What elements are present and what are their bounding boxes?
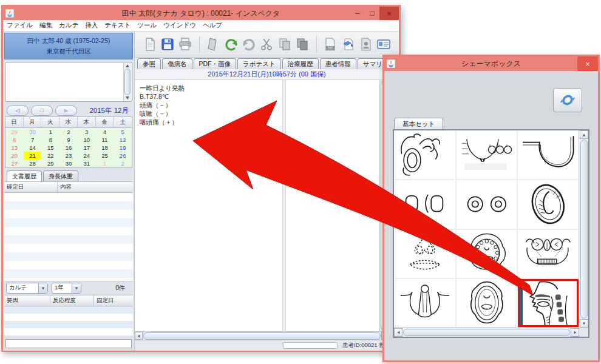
table-row[interactable] — [4, 244, 133, 252]
pharynx-tonsil-schema[interactable] — [457, 131, 517, 179]
chevron-down-icon[interactable] — [72, 283, 81, 293]
table-row[interactable] — [4, 269, 133, 278]
calendar-day[interactable]: 26 — [114, 152, 132, 160]
period-select[interactable]: 1年 — [52, 283, 81, 294]
calendar-day[interactable]: 25 — [96, 152, 114, 160]
tab-1[interactable]: 参照 — [137, 58, 161, 69]
calendar-day[interactable]: 24 — [78, 152, 96, 160]
calendar-day[interactable]: 30 — [24, 128, 42, 136]
table-row[interactable] — [4, 328, 133, 335]
horizontal-scrollbar[interactable] — [135, 331, 389, 340]
allergy-table[interactable] — [4, 306, 133, 335]
close-icon[interactable]: × — [379, 7, 399, 20]
oral-cavity-schema[interactable] — [457, 279, 517, 327]
calendar-day[interactable]: 2 — [59, 128, 78, 136]
menu-item[interactable]: ファイル — [7, 21, 33, 30]
calendar-day[interactable]: 22 — [41, 152, 59, 160]
refresh-button[interactable] — [553, 88, 582, 112]
menu-item[interactable]: カルテ — [59, 21, 78, 30]
scroll-right-icon[interactable] — [571, 328, 579, 337]
calendar-day[interactable]: 31 — [78, 160, 96, 167]
chevron-down-icon[interactable] — [38, 283, 47, 293]
table-row[interactable] — [4, 210, 133, 218]
calendar-day[interactable]: 30 — [59, 160, 78, 167]
calendar-day[interactable]: 7 — [24, 136, 42, 144]
calendar-day[interactable]: 28 — [24, 160, 42, 167]
scroll-down-icon[interactable] — [126, 96, 129, 99]
calendar-day[interactable]: 8 — [41, 136, 59, 144]
column-header-fixed-date[interactable]: 固定日 — [94, 295, 133, 306]
calendar-day[interactable]: 5 — [114, 128, 132, 136]
memo-box[interactable] — [5, 62, 132, 102]
calendar-day[interactable]: 17 — [78, 144, 96, 152]
close-icon[interactable]: × — [577, 56, 598, 71]
calendar-day[interactable]: 14 — [24, 144, 42, 152]
tympanic-ring-schema[interactable] — [457, 180, 517, 228]
save-icon[interactable] — [160, 35, 175, 53]
column-header-date[interactable]: 確定日 — [4, 182, 58, 192]
text-export-icon[interactable]: TXT — [323, 35, 338, 53]
menu-item[interactable]: 編集 — [39, 21, 52, 30]
calendar-day[interactable]: 12 — [114, 136, 132, 144]
calendar-day[interactable]: 15 — [41, 144, 59, 152]
menu-item[interactable]: 挿入 — [85, 21, 98, 30]
eardrum-schema[interactable] — [518, 180, 579, 228]
print-icon[interactable] — [178, 35, 193, 53]
redo-icon[interactable] — [241, 35, 256, 53]
vocal-cords-schema[interactable] — [395, 279, 455, 327]
main-titlebar[interactable]: 田中 太郎(タナカ タロウ) : 00021- インスペクタ – □ × — [3, 7, 399, 20]
calendar-day[interactable]: 11 — [96, 136, 114, 144]
memo-scrollbar[interactable] — [123, 63, 131, 101]
ear-anatomy-schema[interactable] — [395, 131, 455, 179]
head-sagittal-schema[interactable] — [518, 279, 579, 327]
stamp-icon[interactable] — [206, 35, 221, 53]
tympanic-membrane-schema[interactable] — [395, 180, 455, 228]
calendar-day[interactable]: 2 — [114, 160, 132, 167]
tab-2[interactable]: 傷病名 — [162, 58, 192, 69]
copy-icon[interactable] — [277, 35, 292, 53]
open-mouth-schema[interactable] — [457, 230, 517, 278]
column-header-content[interactable]: 内容 — [58, 182, 133, 192]
scroll-down-icon[interactable] — [580, 319, 588, 328]
tab-3[interactable]: PDF・画像 — [194, 58, 237, 69]
calendar-day[interactable]: 27 — [5, 160, 24, 167]
calendar-prev-button[interactable]: ◁ — [7, 106, 29, 116]
menu-item[interactable]: テキスト — [104, 21, 131, 30]
calendar-day[interactable]: 23 — [59, 152, 78, 160]
calendar-day[interactable]: 20 — [5, 152, 24, 160]
scroll-thumb[interactable] — [143, 332, 381, 340]
calendar-day[interactable]: 1 — [41, 128, 59, 136]
table-row[interactable] — [4, 235, 133, 244]
table-row[interactable] — [4, 201, 133, 210]
calendar-day[interactable]: 13 — [5, 144, 24, 152]
karte-icon[interactable] — [142, 35, 157, 53]
calendar-day[interactable]: 21 — [24, 152, 42, 160]
paste-icon[interactable] — [294, 35, 310, 53]
scroll-left-icon[interactable] — [394, 328, 402, 337]
calendar-day[interactable]: 16 — [59, 144, 78, 152]
karte-note[interactable]: 一昨日より発熱B.T37.8℃頭痛（－）咳嗽（－）咽頭痛（＋） — [140, 84, 185, 126]
tab-4[interactable]: ラボテスト — [237, 58, 281, 69]
doc-type-select[interactable]: カルテ — [6, 283, 48, 294]
document-history-table[interactable] — [4, 193, 133, 281]
table-row[interactable] — [4, 252, 133, 261]
calendar-day[interactable]: 10 — [78, 136, 96, 144]
nose-lips-schema[interactable] — [395, 230, 455, 278]
calendar-day[interactable]: 9 — [59, 136, 78, 144]
scroll-left-icon[interactable] — [135, 332, 143, 340]
insurance-card-icon[interactable] — [376, 35, 392, 53]
facial-bones-schema[interactable] — [518, 230, 579, 278]
tab-basic-set[interactable]: 基本セット — [394, 118, 443, 130]
column-header-factor[interactable]: 要因 — [4, 295, 50, 306]
calendar-next-button[interactable]: ▶ — [55, 106, 77, 116]
undo-icon[interactable] — [223, 35, 239, 53]
table-row[interactable] — [4, 314, 133, 321]
calendar-day[interactable]: 1 — [96, 160, 114, 167]
scroll-thumb[interactable] — [580, 140, 588, 318]
menu-item[interactable]: ツール — [137, 21, 157, 30]
menu-item[interactable]: ウインドウ — [163, 21, 196, 30]
maximize-icon[interactable]: □ — [365, 7, 379, 20]
scroll-up-icon[interactable] — [126, 64, 129, 67]
scroll-thumb[interactable] — [124, 69, 131, 95]
tab-height-weight[interactable]: 身長体重 — [43, 170, 78, 181]
